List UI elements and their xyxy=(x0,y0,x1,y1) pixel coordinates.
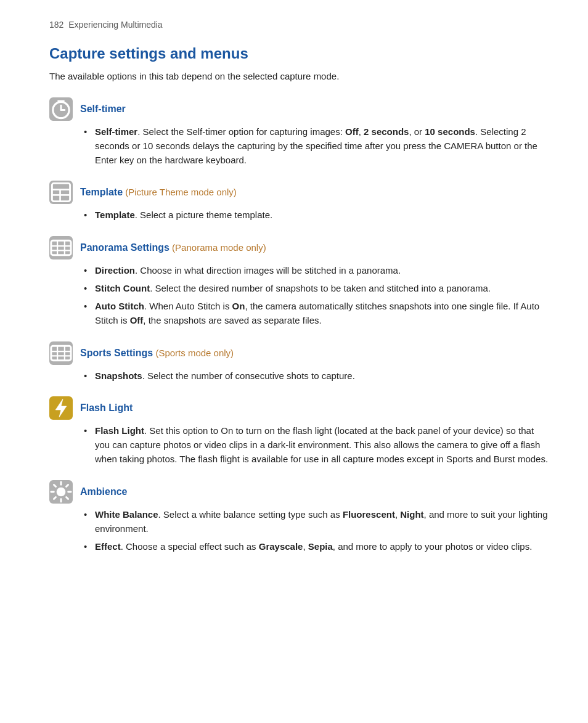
section-title-template: Template (Picture Theme mode only) xyxy=(80,185,237,200)
timer-icon xyxy=(49,97,73,121)
svg-marker-17 xyxy=(55,399,67,417)
mode-note-panorama: (Panorama mode only) xyxy=(169,242,266,253)
bullet-item: Snapshots. Select the number of consecut… xyxy=(84,369,551,383)
svg-line-24 xyxy=(66,497,68,499)
section-title-self-timer: Self-timer xyxy=(80,102,126,116)
section-self-timer: Self-timerSelf-timer. Select the Self-ti… xyxy=(49,97,551,168)
bullet-item: Template. Select a picture theme templat… xyxy=(84,208,551,222)
bullet-item: Effect. Choose a special effect such as … xyxy=(84,539,551,553)
bullet-item: Self-timer. Select the Self-timer option… xyxy=(84,125,551,168)
bullet-item: Direction. Choose in what direction imag… xyxy=(84,263,551,277)
section-flash: Flash LightFlash Light. Set this option … xyxy=(49,396,551,467)
svg-rect-3 xyxy=(52,184,70,202)
svg-rect-12 xyxy=(51,346,71,360)
flash-icon xyxy=(49,396,73,420)
svg-line-26 xyxy=(54,497,55,499)
bullet-item: White Balance. Select a white balance se… xyxy=(84,507,551,536)
page-number: 182 Experiencing Multimedia xyxy=(49,18,551,31)
mode-note-sports: (Sports mode only) xyxy=(153,348,234,358)
sports-icon xyxy=(49,341,73,365)
svg-line-23 xyxy=(54,484,55,486)
svg-point-18 xyxy=(57,487,66,496)
svg-line-25 xyxy=(66,484,68,486)
intro-text: The available options in this tab depend… xyxy=(49,70,551,84)
panorama-icon xyxy=(49,236,73,259)
template-icon xyxy=(49,181,73,204)
section-title-sports: Sports Settings (Sports mode only) xyxy=(80,346,234,361)
section-title-ambience: Ambience xyxy=(80,484,127,499)
bullet-item: Auto Stitch. When Auto Stitch is On, the… xyxy=(84,299,551,328)
page-title: Capture settings and menus xyxy=(49,43,551,65)
mode-note-template: (Picture Theme mode only) xyxy=(123,187,237,197)
section-ambience: AmbienceWhite Balance. Select a white ba… xyxy=(49,480,551,554)
section-panorama: Panorama Settings (Panorama mode only)Di… xyxy=(49,236,551,328)
section-title-flash: Flash Light xyxy=(80,401,133,415)
section-sports: Sports Settings (Sports mode only)Snapsh… xyxy=(49,341,551,383)
ambience-icon xyxy=(49,480,73,504)
bullet-item: Flash Light. Set this option to On to tu… xyxy=(84,423,551,467)
section-template: Template (Picture Theme mode only)Templa… xyxy=(49,181,551,222)
bullet-item: Stitch Count. Select the desired number … xyxy=(84,281,551,295)
svg-rect-7 xyxy=(51,240,71,255)
section-title-panorama: Panorama Settings (Panorama mode only) xyxy=(80,240,266,255)
